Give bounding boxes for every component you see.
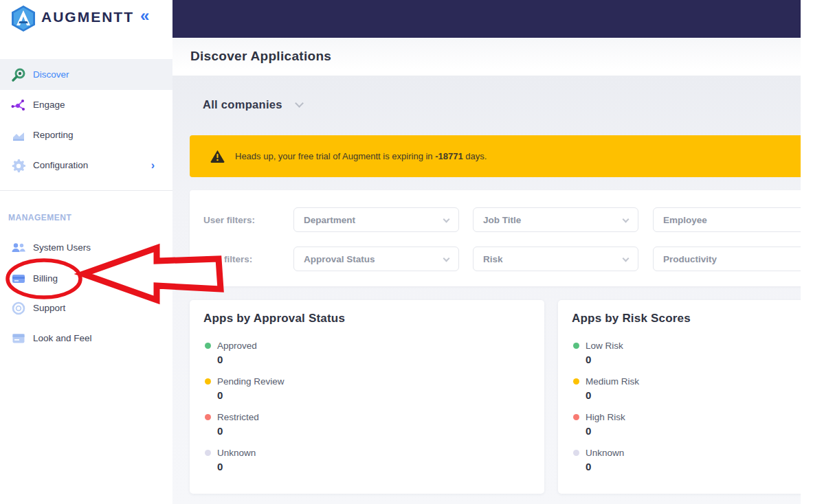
sidebar-item-billing[interactable]: Billing <box>0 263 172 294</box>
trial-days-remaining: -18771 <box>435 151 463 161</box>
legend-value: 0 <box>217 461 544 472</box>
sidebar-collapse-icon[interactable]: « <box>140 6 149 25</box>
sidebar-item-reporting[interactable]: Reporting <box>0 119 172 150</box>
legend-item-medium-risk: Medium Risk 0 <box>573 376 801 401</box>
users-icon <box>10 240 27 256</box>
legend-value: 0 <box>586 354 801 365</box>
brand-wordmark: AUGMENTT <box>41 9 134 25</box>
filters-panel: User filters: App filters: Department Jo… <box>190 190 801 286</box>
legend-item-low-risk: Low Risk 0 <box>573 341 801 365</box>
sidebar-item-label: Engage <box>33 100 65 110</box>
sidebar-divider <box>0 190 172 191</box>
sidebar-item-support[interactable]: Support <box>0 293 172 323</box>
magnifier-icon <box>10 67 27 83</box>
page-header: Discover Applications <box>172 38 801 76</box>
sidebar-item-label: Reporting <box>33 130 74 140</box>
legend-item-unknown: Unknown 0 <box>573 448 801 472</box>
content-area: All companies Heads up, your free trial … <box>172 76 801 504</box>
status-dot <box>205 450 211 456</box>
theme-icon <box>10 330 27 347</box>
brand-logo: AUGMENTT « <box>0 0 172 38</box>
sidebar-item-label: System Users <box>33 242 91 253</box>
sidebar-item-system-users[interactable]: System Users <box>0 232 172 263</box>
sidebar-section-management: MANAGEMENT <box>8 213 71 222</box>
legend-item-approved: Approved 0 <box>205 341 544 365</box>
legend-value: 0 <box>217 389 544 401</box>
chevron-down-icon <box>295 99 304 108</box>
card-title: Apps by Approval Status <box>203 312 544 325</box>
risk-dropdown[interactable]: Risk <box>473 247 638 271</box>
main-area: Discover Applications All companies Head… <box>172 0 801 504</box>
sidebar-item-label: Configuration <box>33 160 88 170</box>
chart-icon <box>10 127 27 144</box>
sidebar-item-look-and-feel[interactable]: Look and Feel <box>0 323 172 354</box>
lifebuoy-icon <box>10 300 27 317</box>
legend-item-pending-review: Pending Review 0 <box>205 376 544 401</box>
sidebar-item-configuration[interactable]: Configuration › <box>0 150 172 181</box>
sidebar-item-label: Billing <box>33 273 58 284</box>
app-window: AUGMENTT « Discover Engage Reporting <box>0 0 824 504</box>
approval-status-card: Apps by Approval Status Approved 0 Pendi… <box>190 300 544 494</box>
status-dot <box>205 343 211 349</box>
company-selector-label: All companies <box>203 98 282 111</box>
sidebar: AUGMENTT « Discover Engage Reporting <box>0 0 172 504</box>
risk-scores-card: Apps by Risk Scores Low Risk 0 Medium Ri… <box>558 300 801 494</box>
warning-icon <box>210 150 225 163</box>
legend-value: 0 <box>217 425 544 437</box>
employee-dropdown[interactable]: Employee <box>653 207 801 232</box>
trial-warning-text: Heads up, your free trial of Augmentt is… <box>235 151 487 161</box>
status-dot <box>205 414 211 420</box>
status-dot <box>573 450 579 456</box>
legend-value: 0 <box>586 461 801 472</box>
sidebar-item-discover[interactable]: Discover <box>0 59 172 90</box>
network-icon <box>10 97 27 113</box>
billing-icon <box>10 271 27 287</box>
legend-value: 0 <box>586 425 801 437</box>
status-dot <box>573 414 579 420</box>
chevron-right-icon: › <box>151 159 155 172</box>
legend-item-unknown: Unknown 0 <box>205 448 544 472</box>
legend-value: 0 <box>217 354 544 365</box>
augmentt-logo-icon <box>10 5 37 32</box>
sidebar-item-label: Support <box>33 303 65 313</box>
page-title: Discover Applications <box>190 49 331 64</box>
status-dot <box>205 378 211 385</box>
productivity-dropdown[interactable]: Productivity <box>653 247 801 271</box>
trial-warning-banner: Heads up, your free trial of Augmentt is… <box>190 135 801 177</box>
legend-item-high-risk: High Risk 0 <box>573 412 801 437</box>
legend-value: 0 <box>586 389 801 401</box>
user-filters-label: User filters: <box>203 215 255 225</box>
card-title: Apps by Risk Scores <box>572 312 801 325</box>
department-dropdown[interactable]: Department <box>293 207 459 232</box>
chevron-down-icon <box>623 255 630 262</box>
gear-icon <box>10 157 27 174</box>
job-title-dropdown[interactable]: Job Title <box>473 207 638 232</box>
sidebar-item-label: Discover <box>33 69 69 80</box>
chevron-down-icon <box>443 255 450 262</box>
approval-status-dropdown[interactable]: Approval Status <box>293 247 459 271</box>
top-navbar <box>172 0 801 38</box>
status-dot <box>573 378 579 385</box>
app-filters-label: App filters: <box>203 254 252 264</box>
legend-item-restricted: Restricted 0 <box>205 412 544 437</box>
sidebar-item-label: Look and Feel <box>33 333 92 343</box>
sidebar-item-engage[interactable]: Engage <box>0 89 172 120</box>
chevron-down-icon <box>623 216 630 222</box>
company-selector[interactable]: All companies <box>203 98 302 111</box>
status-dot <box>573 343 579 349</box>
chevron-down-icon <box>443 216 450 222</box>
